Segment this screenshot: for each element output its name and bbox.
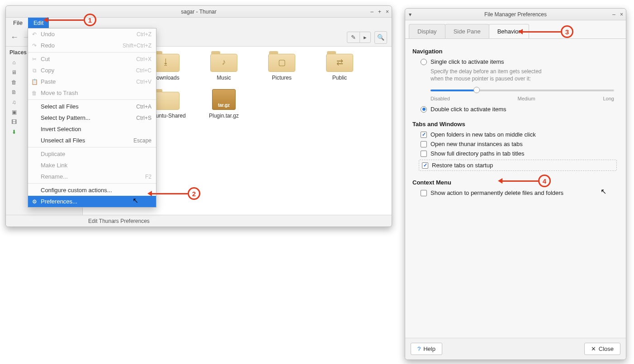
menu-invert-selection[interactable]: Invert Selection (28, 123, 156, 135)
statusbar: Edit Thunars Preferences (6, 215, 392, 227)
public-glyph-icon: ⇄ (326, 57, 353, 67)
titlebar: ▾ File Manager Preferences – × (405, 9, 626, 20)
folder-item[interactable]: ⇄ Public (318, 51, 361, 81)
cut-icon: ✂ (31, 56, 38, 62)
menu-file[interactable]: File (8, 18, 28, 28)
menu-move-to-trash[interactable]: 🗑 Move to Trash (28, 87, 156, 99)
checkbox-icon (422, 162, 428, 169)
help-icon: ? (417, 345, 421, 352)
gear-icon: ⚙ (31, 199, 38, 205)
close-icon[interactable]: × (386, 6, 389, 18)
archive-icon: tar.gz (212, 89, 236, 110)
menu-separator (28, 52, 156, 52)
download-glyph-icon: ⭳ (152, 57, 180, 67)
file-label: Public (318, 75, 361, 81)
folder-item[interactable]: ▢ Pictures (260, 51, 303, 81)
dialog-title: File Manager Preferences (484, 11, 547, 18)
window-title: sagar - Thunar (181, 9, 217, 15)
paste-icon: 📋 (31, 79, 38, 85)
pictures-icon: ▣ (10, 109, 18, 116)
trash-icon: 🗑 (31, 90, 38, 96)
checkbox-icon (421, 190, 427, 196)
menubar: File Edit (6, 18, 392, 28)
checkbox-icon (421, 141, 427, 147)
radio-icon (421, 59, 427, 65)
cursor-icon: ↖ (601, 187, 606, 196)
tab-display[interactable]: Display (409, 24, 445, 38)
file-item[interactable]: tar.gz Plugin.tar.gz (202, 89, 246, 119)
file-label: Music (202, 75, 246, 81)
radio-icon (421, 106, 427, 113)
maximize-icon[interactable]: + (378, 6, 381, 18)
menu-rename[interactable]: Rename... F2 (28, 171, 156, 182)
close-icon: ✕ (591, 345, 596, 352)
trash-icon: 🗑 (10, 79, 18, 86)
menu-separator (28, 183, 156, 184)
chevron-right-icon: ▸ (360, 32, 370, 43)
menu-make-link[interactable]: Make Link (28, 160, 156, 171)
check-open-new-tabs[interactable]: Open folders in new tabs on middle click (421, 131, 619, 138)
menu-cut[interactable]: ✂ Cut Ctrl+X (28, 53, 156, 65)
menu-separator (28, 99, 156, 100)
cursor-icon: ↖ (132, 196, 138, 205)
music-glyph-icon: ♪ (210, 57, 237, 67)
path-edit-toggle[interactable]: ✎ ▸ (347, 32, 371, 43)
minimize-icon[interactable]: – (370, 6, 374, 18)
radio-single-click[interactable]: Single click to activate items (421, 58, 619, 65)
menu-edit[interactable]: Edit (28, 18, 49, 28)
menu-select-all[interactable]: Select all Files Ctrl+A (28, 101, 156, 112)
download-icon: ⬇ (10, 128, 18, 136)
radio-double-click[interactable]: Double click to activate items (421, 106, 619, 113)
check-permanently-delete[interactable]: Show action to permanently delete files … (421, 189, 619, 196)
copy-icon: ⧉ (31, 67, 38, 74)
window-controls: – + × (370, 6, 389, 18)
menu-undo[interactable]: ↶ Undo Ctrl+Z (28, 28, 156, 40)
pencil-icon: ✎ (347, 32, 360, 43)
delay-slider[interactable] (431, 86, 614, 94)
menu-paste[interactable]: 📋 Paste Ctrl+V (28, 76, 156, 87)
menu-configure-custom-actions[interactable]: Configure custom actions... (28, 184, 156, 196)
help-button[interactable]: ? Help (411, 343, 442, 355)
file-label: Pictures (260, 75, 303, 81)
menu-copy[interactable]: ⧉ Copy Ctrl+C (28, 65, 156, 76)
menu-select-by-pattern[interactable]: Select by Pattern... Ctrl+S (28, 112, 156, 123)
section-navigation: Navigation (412, 48, 619, 55)
close-icon[interactable]: × (620, 9, 623, 20)
checkbox-icon (421, 132, 427, 138)
prefs-body: Navigation Single click to activate item… (405, 38, 626, 336)
menu-redo[interactable]: ↷ Redo Shift+Ctrl+Z (28, 40, 156, 51)
menu-unselect-all[interactable]: Unselect all Files Escape (28, 135, 156, 146)
check-full-paths[interactable]: Show full directory paths in tab titles (421, 150, 619, 157)
tab-side-pane[interactable]: Side Pane (445, 24, 489, 38)
pictures-glyph-icon: ▢ (268, 57, 295, 67)
tab-behavior[interactable]: Behavior (489, 24, 529, 38)
checkbox-icon (421, 151, 427, 157)
slider-knob[interactable] (473, 87, 480, 93)
tabs: Display Side Pane Behavior (405, 20, 626, 38)
check-new-instances-as-tabs[interactable]: Open new thunar instances as tabs (421, 141, 619, 147)
document-icon: 🗎 (10, 89, 18, 96)
menu-separator (28, 147, 156, 147)
menu-duplicate[interactable]: Duplicate (28, 148, 156, 160)
search-button[interactable]: 🔍 (374, 31, 387, 44)
dialog-buttons: ? Help ✕ Close (405, 338, 626, 359)
section-tabs-windows: Tabs and Windows (412, 121, 619, 128)
search-icon: 🔍 (377, 34, 384, 41)
redo-icon: ↷ (31, 43, 38, 49)
desktop-icon: 🖥 (10, 69, 18, 76)
delay-help: Specify the delay before an item gets se… (431, 68, 619, 82)
music-icon: ♫ (10, 99, 18, 106)
check-restore-tabs[interactable]: Restore tabs on startup (422, 162, 614, 169)
minimize-icon[interactable]: – (612, 9, 615, 20)
edit-menu: ↶ Undo Ctrl+Z ↷ Redo Shift+Ctrl+Z ✂ Cut … (28, 28, 156, 208)
window-controls: – × (612, 9, 623, 20)
file-label: Plugin.tar.gz (202, 113, 246, 119)
close-button[interactable]: ✕ Close (584, 343, 620, 355)
undo-icon: ↶ (31, 31, 38, 38)
titlebar: sagar - Thunar – + × (6, 6, 392, 18)
folder-item[interactable]: ♪ Music (202, 51, 246, 81)
dialog-menu-icon[interactable]: ▾ (409, 9, 412, 20)
back-icon[interactable]: ← (10, 33, 19, 42)
home-icon: ⌂ (10, 59, 18, 66)
videos-icon: 🎞 (10, 118, 18, 126)
